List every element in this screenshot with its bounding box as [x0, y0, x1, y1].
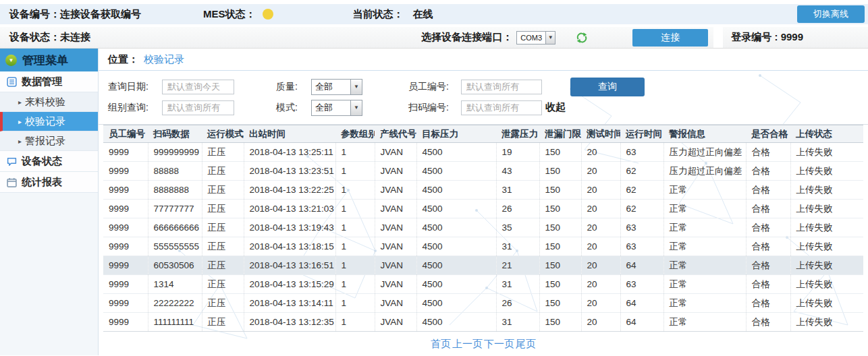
table-cell: 4500 — [416, 275, 496, 294]
sidebar-item-label: 警报记录 — [25, 135, 65, 148]
table-cell: 20 — [581, 218, 620, 237]
table-cell: 150 — [539, 256, 581, 275]
table-cell: 111111111 — [148, 313, 202, 332]
table-cell: 2018-04-13 13:16:51 — [244, 256, 335, 275]
breadcrumb-label: 位置： — [108, 53, 138, 66]
table-cell: 1 — [335, 162, 375, 181]
sidebar-item-check-records[interactable]: ▸校验记录 — [0, 112, 98, 131]
table-cell: 正压 — [202, 143, 244, 162]
column-header: 扫码数据 — [148, 125, 202, 143]
table-cell: 4500 — [416, 313, 496, 332]
table-cell: 4500 — [416, 143, 496, 162]
table-cell: 2018-04-13 13:12:35 — [244, 313, 335, 332]
pager-link-2[interactable]: 下一页 — [484, 338, 514, 349]
list-icon — [7, 77, 17, 87]
table-cell: 63 — [620, 275, 663, 294]
table-cell: 1 — [335, 218, 375, 237]
table-cell: 4500 — [416, 162, 496, 181]
table-cell: 正常 — [663, 294, 746, 313]
table-cell: 43 — [496, 162, 539, 181]
table-cell: 2018-04-13 13:22:25 — [244, 181, 335, 200]
table-cell: 150 — [539, 294, 581, 313]
sidebar-item-incoming-check[interactable]: ▸来料校验 — [0, 92, 98, 112]
table-cell: 31 — [496, 313, 539, 332]
table-row[interactable]: 9999999999999正压2018-04-13 13:25:111JVAN4… — [103, 143, 863, 162]
table-row[interactable]: 99998888888正压2018-04-13 13:22:251JVAN450… — [103, 181, 863, 200]
port-select-label: 选择设备连接端口： — [421, 31, 512, 44]
group-query-label: 组别查询: — [108, 102, 162, 114]
table-cell: 64 — [620, 294, 663, 313]
employee-number-input[interactable] — [461, 80, 542, 94]
table-cell: 150 — [539, 275, 581, 294]
table-cell: 1 — [335, 313, 375, 332]
table-cell: 正压 — [202, 162, 244, 181]
table-row[interactable]: 999960530506正压2018-04-13 13:16:511JVAN45… — [103, 256, 863, 275]
table-cell: 上传失败 — [790, 275, 863, 294]
menu-toggle-icon[interactable]: ▼ — [5, 55, 17, 66]
table-cell: 正常 — [663, 218, 746, 237]
comment-icon — [7, 156, 17, 167]
table-cell: JVAN — [375, 143, 416, 162]
connect-button[interactable]: 连接 — [632, 29, 708, 47]
search-button[interactable]: 查询 — [570, 78, 645, 96]
table-cell: JVAN — [375, 162, 416, 181]
collapse-link[interactable]: 收起 — [545, 101, 566, 114]
table-row[interactable]: 9999666666666正压2018-04-13 13:19:431JVAN4… — [103, 218, 863, 237]
column-header: 测试时间 — [581, 125, 620, 143]
table-row[interactable]: 9999111111111正压2018-04-13 13:12:351JVAN4… — [103, 313, 863, 332]
table-row[interactable]: 9999555555555正压2018-04-13 13:18:151JVAN4… — [103, 237, 863, 256]
quality-select[interactable]: 全部 ▼ — [311, 79, 362, 95]
table-cell: 9999 — [103, 237, 148, 256]
table-cell: 150 — [539, 143, 581, 162]
table-cell: 9999 — [103, 256, 148, 275]
table-cell: 62 — [620, 162, 663, 181]
table-row[interactable]: 99991314正压2018-04-13 13:15:291JVAN450031… — [103, 275, 863, 294]
refresh-icon[interactable] — [576, 32, 588, 44]
group-query-input[interactable] — [162, 100, 234, 115]
mode-select[interactable]: 全部 ▼ — [311, 100, 362, 116]
pager-link-1[interactable]: 上一页 — [452, 338, 483, 349]
column-header: 运行模式 — [202, 125, 244, 143]
date-query-input[interactable] — [162, 80, 234, 94]
table-row[interactable]: 999988888正压2018-04-13 13:23:511JVAN45004… — [103, 162, 863, 181]
pager-link-3[interactable]: 尾页 — [516, 338, 536, 349]
sidebar-item-alarm-records[interactable]: ▸警报记录 — [0, 131, 98, 151]
table-cell: 9999 — [103, 275, 148, 294]
current-status-label: 当前状态： — [353, 8, 404, 21]
sidebar-item-device-status[interactable]: 设备状态 — [0, 151, 98, 172]
mode-label: 模式: — [276, 102, 311, 114]
table-cell: 合格 — [746, 237, 790, 256]
table-cell: 63 — [620, 143, 663, 162]
breadcrumb-current-link[interactable]: 校验记录 — [144, 53, 184, 66]
table-cell: 正压 — [202, 200, 244, 218]
table-cell: 合格 — [746, 181, 790, 200]
table-header-row: 员工编号扫码数据运行模式出站时间参数组别产线代号目标压力泄露压力泄漏门限测试时间… — [103, 125, 863, 143]
table-cell: 150 — [539, 218, 581, 237]
column-header: 出站时间 — [244, 125, 335, 143]
table-cell: JVAN — [375, 256, 416, 275]
table-cell: JVAN — [375, 294, 416, 313]
table-row[interactable]: 999977777777正压2018-04-13 13:21:031JVAN45… — [103, 200, 863, 218]
switch-offline-button[interactable]: 切换离线 — [797, 5, 865, 23]
table-cell: 正常 — [663, 313, 746, 332]
pager-link-0[interactable]: 首页 — [431, 338, 451, 349]
table-cell: 150 — [539, 162, 581, 181]
current-status-value: 在线 — [413, 8, 433, 21]
sidebar-item-label: 统计报表 — [22, 176, 62, 189]
table-cell: 4500 — [416, 200, 496, 218]
com-port-select[interactable]: COM3 ▼ — [516, 31, 555, 44]
table-cell: 上传失败 — [790, 143, 863, 162]
scan-number-input[interactable] — [461, 100, 542, 115]
sidebar-item-statistics-report[interactable]: 统计报表 — [0, 172, 98, 193]
column-header: 运行时间 — [620, 125, 663, 143]
sidebar-item-data-management[interactable]: 数据管理 — [0, 71, 98, 92]
table-row[interactable]: 999922222222正压2018-04-13 13:14:111JVAN45… — [103, 294, 863, 313]
table-cell: 9999 — [103, 200, 148, 218]
table-cell: 正压 — [202, 256, 244, 275]
table-cell: 26 — [496, 200, 539, 218]
table-cell: 62 — [620, 181, 663, 200]
table-cell: 正压 — [202, 275, 244, 294]
triangle-bullet-icon: ▸ — [18, 118, 22, 125]
table-cell: 63 — [620, 237, 663, 256]
table-cell: 666666666 — [148, 218, 202, 237]
